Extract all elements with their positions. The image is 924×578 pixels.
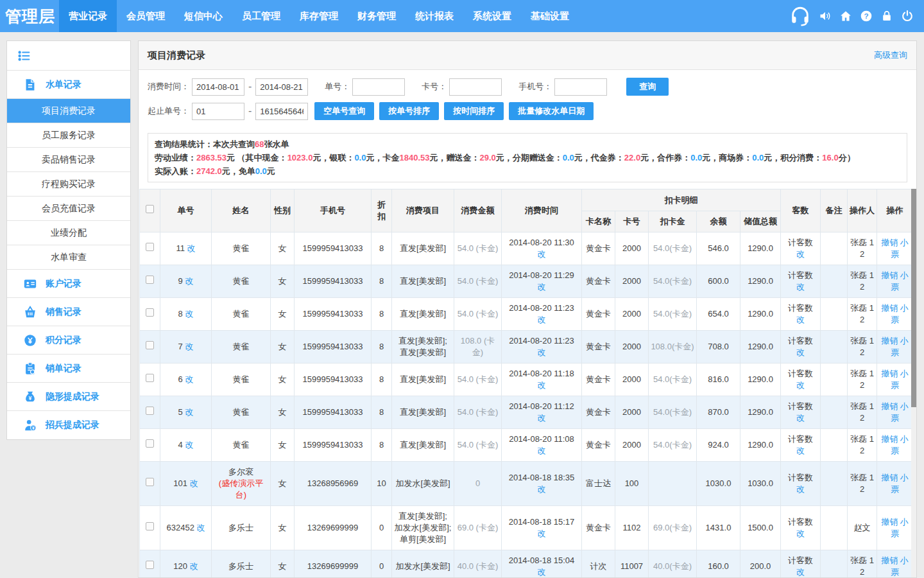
revoke-link[interactable]: 撤销: [881, 556, 898, 565]
sidebar-item-疗程购买记录[interactable]: 疗程购买记录: [7, 172, 130, 197]
revoke-link[interactable]: 撤销: [881, 238, 898, 247]
revoke-link[interactable]: 撤销: [881, 517, 898, 527]
sidebar-item-水单记录[interactable]: 水单记录: [7, 71, 130, 99]
row-checkbox[interactable]: [146, 478, 154, 486]
edit-bill-link[interactable]: 改: [190, 478, 198, 488]
sidebar-item-招兵提成记录[interactable]: ¥招兵提成记录: [7, 411, 130, 439]
lock-icon[interactable]: [880, 10, 893, 22]
bill-no-input[interactable]: [352, 78, 405, 96]
row-checkbox[interactable]: [146, 308, 154, 317]
sidebar-item-水单审查[interactable]: 水单审查: [7, 245, 130, 270]
edit-time-link[interactable]: 改: [504, 281, 579, 293]
date-from-input[interactable]: [192, 78, 244, 96]
edit-guest-link[interactable]: 改: [783, 412, 818, 424]
speaker-icon[interactable]: [819, 10, 832, 22]
nav-item-9[interactable]: 基础设置: [521, 0, 579, 32]
edit-time-link[interactable]: 改: [504, 380, 579, 391]
edit-guest-link[interactable]: 改: [783, 566, 818, 578]
sidebar-item-业绩分配[interactable]: 业绩分配: [7, 221, 130, 245]
edit-guest-link[interactable]: 改: [783, 249, 818, 260]
phone-input[interactable]: [554, 78, 607, 96]
card-no-input[interactable]: [449, 78, 502, 96]
row-checkbox[interactable]: [146, 276, 154, 284]
sidebar-item-账户记录[interactable]: 账户记录: [7, 270, 130, 298]
edit-guest-link[interactable]: 改: [783, 528, 818, 539]
revoke-link[interactable]: 撤销: [881, 369, 898, 378]
edit-guest-link[interactable]: 改: [783, 347, 818, 358]
gender-cell: 女: [271, 550, 295, 578]
sidebar-item-积分记录[interactable]: 积分记录: [7, 326, 130, 355]
edit-time-link[interactable]: 改: [504, 412, 579, 424]
edit-time-link[interactable]: 改: [504, 445, 579, 457]
edit-guest-link[interactable]: 改: [783, 281, 818, 293]
edit-bill-link[interactable]: 改: [197, 523, 205, 532]
edit-time-link[interactable]: 改: [504, 314, 579, 326]
edit-bill-link[interactable]: 改: [187, 243, 196, 253]
nav-item-7[interactable]: 统计报表: [406, 0, 463, 32]
nav-item-8[interactable]: 系统设置: [463, 0, 521, 32]
edit-bill-link[interactable]: 改: [185, 276, 193, 286]
edit-bill-link[interactable]: 改: [185, 374, 193, 384]
sidebar-collapse-button[interactable]: [7, 41, 130, 71]
revoke-link[interactable]: 撤销: [881, 303, 898, 313]
nav-item-2[interactable]: 会员管理: [117, 0, 175, 32]
edit-bill-link[interactable]: 改: [185, 342, 193, 351]
search-button[interactable]: 查询: [626, 78, 669, 96]
row-checkbox[interactable]: [146, 522, 154, 530]
sidebar-item-员工服务记录[interactable]: 员工服务记录: [7, 123, 130, 148]
sidebar-item-隐形提成记录[interactable]: ¥隐形提成记录: [7, 383, 130, 411]
sidebar-item-卖品销售记录[interactable]: 卖品销售记录: [7, 148, 130, 172]
row-checkbox[interactable]: [146, 407, 154, 415]
sidebar-item-销单记录[interactable]: 销单记录: [7, 355, 130, 383]
filter-action-button-3[interactable]: 按时间排序: [444, 102, 504, 120]
nav-item-4[interactable]: 员工管理: [232, 0, 290, 32]
nav-item-5[interactable]: 库存管理: [290, 0, 348, 32]
nav-item-3[interactable]: 短信中心: [175, 0, 232, 32]
edit-time-link[interactable]: 改: [504, 566, 579, 578]
nav-item-1[interactable]: 营业记录: [59, 0, 117, 32]
filter-action-button-1[interactable]: 空单号查询: [314, 102, 374, 120]
balance-cell: 160.0: [697, 550, 740, 578]
revoke-link[interactable]: 撤销: [881, 473, 898, 482]
revoke-link[interactable]: 撤销: [881, 270, 898, 280]
edit-time-link[interactable]: 改: [504, 347, 579, 358]
sidebar-item-label: 积分记录: [46, 335, 81, 346]
edit-bill-link[interactable]: 改: [185, 309, 193, 319]
edit-guest-link[interactable]: 改: [783, 484, 818, 495]
power-icon[interactable]: [901, 10, 914, 22]
bill-range-to-input[interactable]: [255, 103, 308, 120]
row-checkbox[interactable]: [146, 439, 154, 448]
home-icon[interactable]: [839, 10, 852, 22]
customer-name: 多乐士: [214, 561, 268, 572]
scrollbar-thumb[interactable]: [911, 189, 916, 407]
nav-item-6[interactable]: 财务管理: [348, 0, 406, 32]
bill-range-from-input[interactable]: [192, 103, 244, 120]
revoke-link[interactable]: 撤销: [881, 401, 898, 411]
edit-bill-link[interactable]: 改: [185, 407, 193, 417]
row-checkbox[interactable]: [146, 374, 154, 382]
edit-bill-link[interactable]: 改: [190, 561, 198, 571]
edit-bill-link[interactable]: 改: [185, 440, 193, 450]
edit-time-link[interactable]: 改: [504, 484, 579, 495]
edit-time-link[interactable]: 改: [504, 249, 579, 260]
edit-guest-link[interactable]: 改: [783, 314, 818, 326]
help-icon[interactable]: ?: [860, 10, 873, 22]
row-checkbox[interactable]: [146, 561, 154, 569]
revoke-link[interactable]: 撤销: [881, 336, 898, 346]
sidebar-item-销售记录[interactable]: 销售记录: [7, 298, 130, 326]
filter-action-button-4[interactable]: 批量修改水单日期: [509, 102, 594, 120]
row-checkbox[interactable]: [146, 341, 154, 349]
select-all-checkbox[interactable]: [146, 205, 154, 213]
edit-guest-link[interactable]: 改: [783, 380, 818, 391]
sidebar-item-项目消费记录[interactable]: 项目消费记录: [7, 99, 130, 123]
table-scrollbar[interactable]: [911, 189, 916, 578]
filter-action-button-2[interactable]: 按单号排序: [379, 102, 439, 120]
advanced-search-link[interactable]: 高级查询: [874, 49, 907, 61]
edit-guest-link[interactable]: 改: [783, 445, 818, 457]
sidebar-item-会员充值记录[interactable]: 会员充值记录: [7, 197, 130, 221]
revoke-link[interactable]: 撤销: [881, 434, 898, 444]
edit-time-link[interactable]: 改: [504, 528, 579, 539]
row-checkbox[interactable]: [146, 243, 154, 251]
headset-icon[interactable]: [789, 5, 811, 27]
date-to-input[interactable]: [255, 78, 308, 96]
